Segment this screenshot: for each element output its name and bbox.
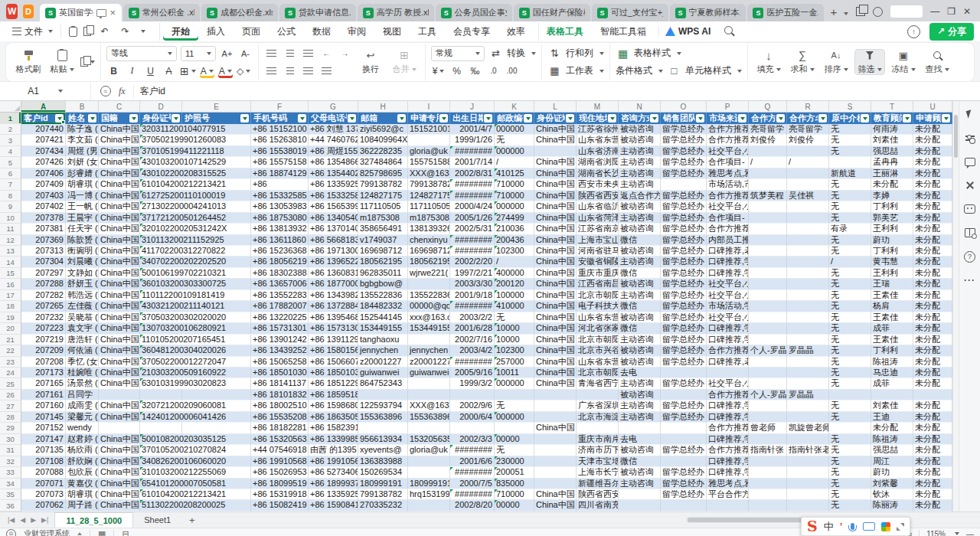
cell-K7[interactable]: 710000 [495, 179, 534, 190]
cell-B20[interactable]: 袁文宇 (女 [66, 323, 99, 334]
cell-D8[interactable]: 612725200110100019 [140, 191, 182, 201]
cell-M10[interactable]: 山东省菏泽 [577, 213, 619, 224]
cell-J31[interactable]: ######## [450, 445, 495, 456]
cell-L22[interactable]: China中国 [534, 345, 577, 356]
cell-Q17[interactable] [749, 290, 787, 301]
cell-N13[interactable]: 被动咨询 [619, 246, 661, 257]
cell-J8[interactable]: ######## [450, 191, 495, 201]
cell-I32[interactable] [408, 456, 450, 467]
cell-S26[interactable] [829, 390, 871, 400]
increase-font-icon[interactable] [220, 47, 234, 60]
filter-dropdown-icon[interactable] [172, 114, 180, 123]
cell-R5[interactable]: / [787, 157, 829, 168]
cell-G6[interactable]: +86 1354402198 [309, 168, 358, 179]
formula-evaluate-icon[interactable]: = [100, 86, 111, 96]
cell-N9[interactable]: 被动咨询 [619, 201, 661, 212]
row-header-25[interactable]: 25 [0, 378, 21, 389]
cell-H4[interactable]: 362228235 [358, 146, 408, 157]
cell-O3[interactable]: 留学总经办 [661, 135, 707, 145]
cell-O29[interactable] [661, 423, 707, 433]
cell-H20[interactable]: 153449155 [358, 323, 408, 334]
file-tab[interactable]: S宁夏教师样本.xlsx [670, 4, 746, 21]
row-header-20[interactable]: 20 [0, 323, 21, 334]
file-tab[interactable]: S可过_支付宝+_滴滴 [592, 4, 668, 21]
cell-A10[interactable]: 207378 [21, 213, 66, 224]
cell-I28[interactable]: 155363896 [408, 412, 450, 423]
cell-B7[interactable]: 胡睿琪 (女 [66, 179, 99, 190]
cell-O25[interactable]: 留学总经办 [661, 378, 707, 389]
cell-C19[interactable]: China中国 [99, 312, 140, 323]
name-box[interactable]: A1 [0, 82, 91, 100]
minimize-icon[interactable]: — [930, 7, 939, 16]
cell-B8[interactable]: 冯一博 (男 [66, 191, 99, 201]
cell-S9[interactable]: 无 [829, 201, 871, 212]
cell-D34[interactable]: 654101200007050581 [140, 479, 182, 489]
cell-J4[interactable]: ######## [450, 146, 495, 157]
column-header-M[interactable]: M [577, 101, 619, 113]
cell-G27[interactable]: +86 1598680231 [309, 400, 358, 411]
row-header-8[interactable]: 8 [0, 191, 21, 201]
cell-T20[interactable]: 成菲 [871, 323, 913, 334]
cell-R8[interactable]: 吴佳祺 [787, 191, 829, 201]
cell-U27[interactable]: 未分配 [913, 400, 952, 411]
cell-O36[interactable] [661, 500, 707, 511]
cell-U16[interactable]: 未分配 [913, 279, 952, 289]
cell-P24[interactable] [707, 368, 749, 378]
cell-O19[interactable]: 留学总经办 [661, 312, 707, 323]
cell-T32[interactable]: 周江 [871, 456, 913, 467]
cell-P27[interactable]: 口碑推荐,学 [707, 400, 749, 411]
decrease-indent-icon[interactable] [319, 47, 334, 60]
cell-B28[interactable]: 梁馨元 (女 [66, 412, 99, 423]
input-language-toggle[interactable]: 中 [824, 520, 834, 534]
align-left-icon[interactable] [264, 64, 279, 78]
cell-P19[interactable]: 社交平台,小 [707, 312, 749, 323]
cell-U9[interactable]: 未分配 [913, 201, 952, 212]
cell-G21[interactable]: +86 1391129694 [309, 335, 358, 345]
cell-J20[interactable]: 2001/6/28 [450, 323, 495, 334]
cell-F10[interactable]: +86 18753080 [251, 213, 309, 224]
cell-H19[interactable]: 152544145 [358, 312, 408, 323]
cell-S22[interactable]: 无 [829, 345, 871, 356]
header-cell-G1[interactable]: 父母电话号码 [309, 113, 358, 124]
filter-dropdown-icon[interactable] [903, 114, 911, 123]
column-header-H[interactable]: H [358, 101, 408, 113]
cell-I35[interactable]: hrq153199 [408, 489, 450, 500]
filter-dropdown-icon[interactable] [484, 114, 492, 123]
cell-N24[interactable]: 去电 [619, 368, 661, 378]
cell-S29[interactable] [829, 423, 871, 433]
cell-K2[interactable]: 000000 [495, 124, 534, 135]
cell-Q36[interactable] [749, 500, 787, 511]
cell-A8[interactable]: 207403 [21, 191, 66, 201]
cell-F25[interactable]: +86 18141137 [251, 378, 309, 389]
cell-H5[interactable]: 327484864 [358, 157, 408, 168]
filter-dropdown-icon[interactable] [818, 114, 827, 123]
cell-K12[interactable]: 200436 [495, 235, 534, 246]
clear-format-icon[interactable] [237, 64, 251, 78]
cell-H2[interactable]: ziyi5692@c [358, 124, 408, 135]
cell-A7[interactable]: 207409 [21, 179, 66, 190]
cell-N17[interactable]: 主动咨询 [619, 290, 661, 301]
cell-P13[interactable]: 口碑推荐,老 [707, 246, 749, 257]
cell-T11[interactable]: 王利利 [871, 224, 913, 234]
cell-D22[interactable]: 360481200304020026 [140, 345, 182, 356]
cell-M32[interactable]: 天津市宝坻 [577, 456, 619, 467]
cell-O4[interactable]: 留学总经办 [661, 146, 707, 157]
menu-tab-效率[interactable]: 效率 [498, 23, 534, 41]
cell-P4[interactable]: 社交平台,小 [707, 146, 749, 157]
cell-D28[interactable]: 142401200006041426 [140, 412, 182, 423]
cell-R33[interactable] [787, 467, 829, 478]
header-cell-K1[interactable]: 邮政编码 [495, 113, 534, 124]
cell-T2[interactable]: 何雨涛 [871, 124, 913, 135]
cell-M8[interactable]: 陕西省西安 [577, 191, 619, 201]
cell-C24[interactable]: China中国 [99, 368, 140, 378]
outline-icon[interactable]: ⊟ [122, 529, 129, 536]
cell-D15[interactable]: 500106199702210321 [140, 268, 182, 279]
cell-N11[interactable]: 被动咨询 [619, 224, 661, 234]
split-view-icon[interactable]: ▦ [98, 529, 106, 536]
cell-P28[interactable]: 口碑推荐,学 [707, 412, 749, 423]
cell-M6[interactable]: 湖南省长沙 [577, 168, 619, 179]
cell-Q15[interactable] [749, 268, 787, 279]
wps-logo-icon[interactable]: W [6, 4, 18, 19]
cell-L21[interactable]: China中国 [534, 335, 577, 345]
cell-J19[interactable]: 2003/2/2 [450, 312, 495, 323]
